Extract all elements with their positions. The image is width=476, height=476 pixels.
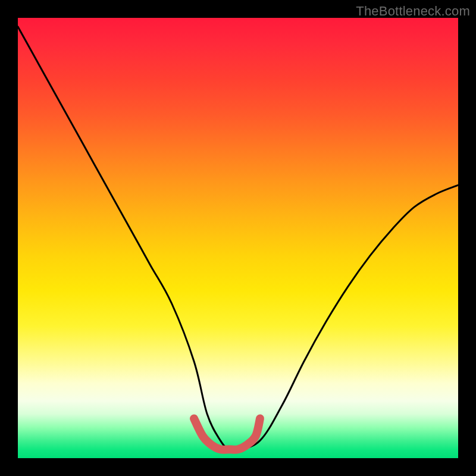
trough-marker xyxy=(194,418,260,449)
plot-area xyxy=(18,18,458,458)
watermark-text: TheBottleneck.com xyxy=(356,4,470,19)
chart-svg xyxy=(18,18,458,458)
bottleneck-curve xyxy=(18,27,458,450)
chart-frame: TheBottleneck.com xyxy=(0,0,476,476)
